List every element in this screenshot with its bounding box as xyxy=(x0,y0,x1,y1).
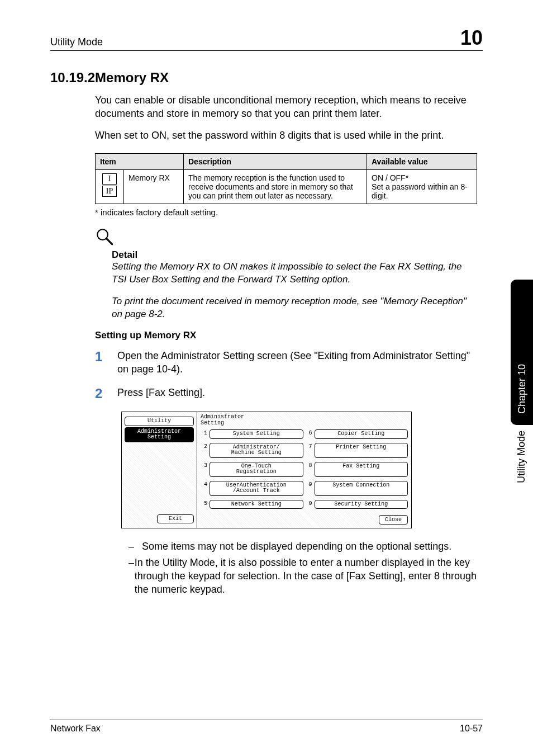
row-available: ON / OFF* Set a password within an 8-dig… xyxy=(367,169,477,204)
grid-num: 2 xyxy=(201,442,207,459)
step-text: Press [Fax Setting]. xyxy=(117,386,483,401)
step-2: 2 Press [Fax Setting]. xyxy=(95,386,483,401)
grid-num: 4 xyxy=(201,480,207,497)
network-setting-button[interactable]: Network Setting xyxy=(210,500,303,509)
screenshot-right-panel: Administrator Setting 1 System Setting 6… xyxy=(197,412,411,528)
dash-icon: – xyxy=(129,540,142,553)
dash-icon: – xyxy=(129,556,135,597)
intro-paragraph-2: When set to ON, set the password within … xyxy=(95,129,477,142)
section-heading: 10.19.2Memory RX xyxy=(50,70,483,86)
list-item: – In the Utility Mode, it is also possib… xyxy=(129,556,477,597)
row-icon-cell: I IP xyxy=(96,169,124,204)
th-available: Available value xyxy=(367,153,477,169)
one-touch-reg-button[interactable]: One-Touch Registration xyxy=(210,462,303,477)
close-button[interactable]: Close xyxy=(379,515,408,525)
utility-button[interactable]: Utility xyxy=(125,417,194,426)
row-name: Memory RX xyxy=(124,169,184,204)
list-item: – Some items may not be displayed depend… xyxy=(129,540,477,553)
icon-internet: I xyxy=(102,173,117,185)
screenshot-title: Administrator Setting xyxy=(201,414,408,426)
grid-num: 6 xyxy=(306,428,312,440)
page-footer: Network Fax 10-57 xyxy=(50,720,483,734)
system-connection-button[interactable]: System Connection xyxy=(315,481,408,496)
grid-num: 3 xyxy=(201,461,207,478)
row-description: The memory reception is the function use… xyxy=(184,169,367,204)
step-number: 1 xyxy=(95,349,117,376)
detail-label: Detail xyxy=(112,249,483,261)
grid-num: 0 xyxy=(306,499,312,511)
detail-paragraph-1: Setting the Memory RX to ON makes it imp… xyxy=(112,261,477,286)
grid-num: 1 xyxy=(201,428,207,440)
user-auth-button[interactable]: UserAuthentication /Account Track xyxy=(210,481,303,496)
grid-num: 7 xyxy=(306,442,312,459)
screenshot-button-grid: 1 System Setting 6 Copier Setting 2 Admi… xyxy=(201,428,408,510)
admin-setting-screenshot: Utility Administrator Setting Exit Admin… xyxy=(121,412,412,528)
note-text: In the Utility Mode, it is also possible… xyxy=(135,556,477,597)
icon-ip: IP xyxy=(102,186,117,197)
header-chapter-number: 10 xyxy=(460,28,483,48)
admin-setting-button[interactable]: Administrator Setting xyxy=(125,427,194,442)
copier-setting-button[interactable]: Copier Setting xyxy=(315,429,408,439)
grid-num: 8 xyxy=(306,461,312,478)
fax-setting-button[interactable]: Fax Setting xyxy=(315,462,408,477)
security-setting-button[interactable]: Security Setting xyxy=(315,500,408,509)
detail-paragraph-2: To print the document received in memory… xyxy=(112,295,477,321)
page-header: Utility Mode 10 xyxy=(50,28,483,51)
th-description: Description xyxy=(184,153,367,169)
grid-num: 5 xyxy=(201,499,207,511)
spec-table: Item Description Available value I IP Me… xyxy=(95,153,477,204)
notes-list: – Some items may not be displayed depend… xyxy=(129,540,477,596)
system-setting-button[interactable]: System Setting xyxy=(210,429,303,439)
intro-paragraph-1: You can enable or disable unconditional … xyxy=(95,93,477,121)
footer-right: 10-57 xyxy=(460,724,483,734)
step-number: 2 xyxy=(95,386,117,401)
step-1: 1 Open the Administrator Setting screen … xyxy=(95,349,483,376)
footer-left: Network Fax xyxy=(50,724,101,734)
admin-machine-setting-button[interactable]: Administrator/ Machine Setting xyxy=(210,443,303,458)
table-footnote: * indicates factory default setting. xyxy=(95,207,483,217)
screenshot-left-panel: Utility Administrator Setting Exit xyxy=(122,412,197,528)
procedure-heading: Setting up Memory RX xyxy=(95,330,483,341)
table-row: I IP Memory RX The memory reception is t… xyxy=(96,169,477,204)
side-chapter-label: Chapter 10 xyxy=(516,364,528,419)
magnifier-icon xyxy=(95,227,483,248)
header-section-name: Utility Mode xyxy=(50,36,103,48)
side-mode-label: Utility Mode xyxy=(516,431,527,483)
exit-button[interactable]: Exit xyxy=(157,514,194,524)
grid-num: 9 xyxy=(306,480,312,497)
side-chapter-tab: Chapter 10 xyxy=(511,280,533,425)
th-item: Item xyxy=(96,153,184,169)
svg-line-1 xyxy=(106,238,112,244)
step-text: Open the Administrator Setting screen (S… xyxy=(117,349,483,376)
printer-setting-button[interactable]: Printer Setting xyxy=(315,443,408,458)
note-text: Some items may not be displayed dependin… xyxy=(142,540,451,553)
